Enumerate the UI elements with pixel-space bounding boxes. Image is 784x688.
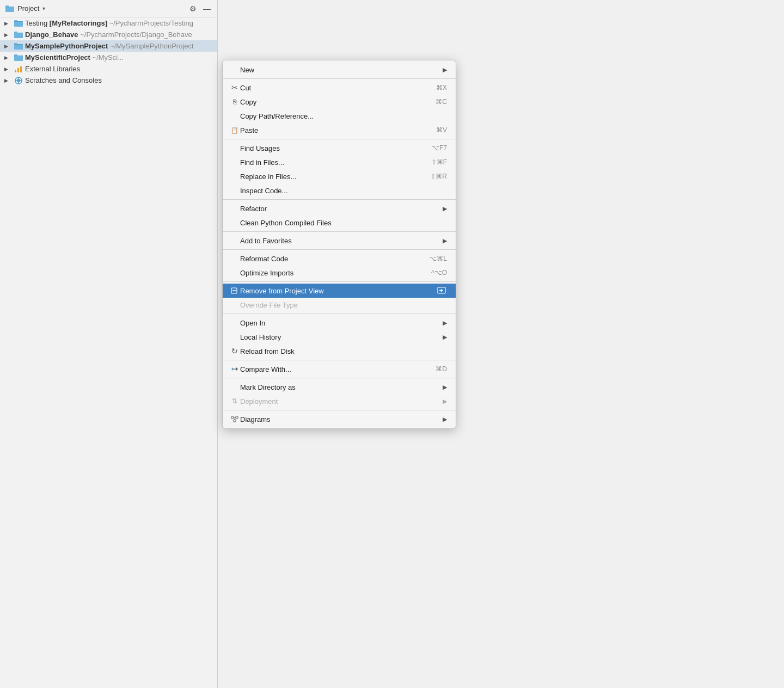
tree-arrow: ▶	[4, 78, 12, 83]
menu-label: Open In	[240, 319, 438, 327]
svg-rect-16	[17, 68, 19, 72]
tree-item-label: External Libraries	[25, 65, 80, 73]
compare-with-icon	[229, 366, 240, 372]
menu-item-deployment: ⇅ Deployment ▶	[223, 394, 456, 408]
tree-arrow: ▶	[4, 44, 12, 49]
menu-item-new[interactable]: New ▶	[223, 63, 456, 77]
menu-item-add-to-favorites[interactable]: Add to Favorites ▶	[223, 234, 456, 248]
paste-icon: 📋	[229, 127, 240, 134]
tree-item-label: MyScientificProject ~/MySci...	[25, 53, 124, 62]
separator	[223, 410, 456, 410]
context-menu: New ▶ ✂ Cut ⌘X ⎘ Copy ⌘C Copy Path/Refer…	[222, 60, 456, 429]
tree-arrow: ▶	[4, 66, 12, 72]
menu-item-copy[interactable]: ⎘ Copy ⌘C	[223, 95, 456, 109]
reload-icon: ↻	[229, 347, 240, 355]
copy-icon: ⎘	[229, 98, 240, 106]
menu-item-diagrams[interactable]: Diagrams ▶	[223, 412, 456, 426]
folder-icon	[14, 31, 23, 39]
menu-item-local-history[interactable]: Local History ▶	[223, 330, 456, 344]
shortcut: ⌥⌘L	[429, 255, 447, 262]
tree-item-mysamplepythonproject[interactable]: ▶ MySamplePythonProject ~/MySamplePython…	[0, 40, 217, 52]
menu-item-find-in-files[interactable]: Find in Files... ⇧⌘F	[223, 155, 456, 169]
menu-label: Copy Path/Reference...	[240, 112, 447, 120]
menu-item-copy-path[interactable]: Copy Path/Reference...	[223, 109, 456, 123]
separator	[223, 378, 456, 378]
svg-rect-15	[15, 70, 16, 72]
menu-item-find-usages[interactable]: Find Usages ⌥F7	[223, 141, 456, 155]
menu-label: Paste	[240, 126, 425, 134]
panel-header: Project ▾ ⚙ —	[0, 0, 217, 17]
panel-title-area: Project ▾	[5, 4, 45, 13]
remove-icon	[229, 287, 240, 294]
menu-item-cut[interactable]: ✂ Cut ⌘X	[223, 81, 456, 95]
separator	[223, 78, 456, 79]
menu-item-optimize-imports[interactable]: Optimize Imports ^⌥O	[223, 266, 456, 280]
svg-rect-11	[14, 44, 23, 45]
tree-arrow: ▶	[4, 55, 12, 60]
tree-item-label: MySamplePythonProject ~/MySamplePythonPr…	[25, 42, 194, 50]
separator	[223, 360, 456, 360]
menu-label: Diagrams	[240, 415, 438, 423]
project-panel: Project ▾ ⚙ — ▶ Testing [MyRefactorings]…	[0, 0, 218, 688]
minimize-button[interactable]: —	[202, 3, 212, 14]
menu-item-refactor[interactable]: Refactor ▶	[223, 201, 456, 216]
svg-point-19	[17, 79, 20, 82]
menu-label: Replace in Files...	[240, 173, 419, 181]
submenu-arrow: ▶	[443, 205, 447, 212]
menu-item-reload-from-disk[interactable]: ↻ Reload from Disk	[223, 344, 456, 358]
menu-item-inspect-code[interactable]: Inspect Code...	[223, 183, 456, 198]
submenu-arrow: ▶	[443, 398, 447, 405]
menu-label: Mark Directory as	[240, 383, 438, 391]
menu-item-remove-from-project-view[interactable]: Remove from Project View	[223, 284, 456, 298]
shortcut: ⌥F7	[432, 144, 447, 152]
menu-label: Find in Files...	[240, 158, 420, 167]
menu-item-mark-directory-as[interactable]: Mark Directory as ▶	[223, 380, 456, 394]
menu-label: Optimize Imports	[240, 269, 420, 277]
panel-actions: ⚙ —	[188, 3, 212, 14]
svg-rect-17	[20, 66, 22, 72]
menu-item-paste[interactable]: 📋 Paste ⌘V	[223, 123, 456, 137]
svg-rect-14	[14, 56, 23, 56]
tree-arrow: ▶	[4, 21, 12, 26]
submenu-arrow: ▶	[443, 320, 447, 327]
tree-item-label: Django_Behave ~/PycharmProjects/Django_B…	[25, 30, 192, 39]
menu-label: Local History	[240, 333, 438, 341]
menu-label: Cut	[240, 84, 425, 92]
scratches-icon	[14, 77, 23, 84]
tree-item-label: Testing [MyRefactorings] ~/PycharmProjec…	[25, 19, 193, 27]
menu-label: Reformat Code	[240, 255, 418, 263]
tree-item-external-libraries[interactable]: ▶ External Libraries	[0, 63, 217, 75]
tree-item-label: Scratches and Consoles	[25, 76, 102, 84]
external-libraries-icon	[14, 65, 23, 73]
separator	[223, 231, 456, 232]
project-tree: ▶ Testing [MyRefactorings] ~/PycharmProj…	[0, 17, 217, 86]
menu-label: New	[240, 66, 438, 74]
shortcut: ⌘X	[436, 84, 447, 91]
submenu-arrow: ▶	[443, 334, 447, 341]
svg-rect-33	[236, 416, 238, 419]
tree-item-scratches[interactable]: ▶ Scratches and Consoles	[0, 75, 217, 86]
svg-rect-8	[14, 33, 23, 33]
shortcut: ⌘C	[436, 98, 447, 106]
tree-item-django-behave[interactable]: ▶ Django_Behave ~/PycharmProjects/Django…	[0, 29, 217, 40]
deployment-icon: ⇅	[229, 397, 240, 405]
menu-item-clean-compiled[interactable]: Clean Python Compiled Files	[223, 216, 456, 230]
folder-icon	[14, 42, 23, 50]
gear-button[interactable]: ⚙	[188, 3, 198, 14]
menu-item-open-in[interactable]: Open In ▶	[223, 316, 456, 330]
menu-item-override-file-type: Override File Type	[223, 298, 456, 312]
shortcut: ⇧⌘R	[430, 173, 447, 180]
menu-item-compare-with[interactable]: Compare With... ⌘D	[223, 362, 456, 376]
menu-label: Inspect Code...	[240, 187, 447, 195]
panel-title: Project	[17, 4, 39, 13]
svg-rect-34	[234, 420, 236, 422]
menu-item-reformat-code[interactable]: Reformat Code ⌥⌘L	[223, 251, 456, 266]
panel-folder-icon	[5, 5, 14, 13]
panel-dropdown-icon[interactable]: ▾	[42, 5, 45, 11]
separator	[223, 249, 456, 250]
tree-item-myscientificproject[interactable]: ▶ MyScientificProject ~/MySci...	[0, 52, 217, 63]
menu-item-replace-in-files[interactable]: Replace in Files... ⇧⌘R	[223, 169, 456, 183]
tree-item-testing[interactable]: ▶ Testing [MyRefactorings] ~/PycharmProj…	[0, 17, 217, 29]
submenu-arrow: ▶	[443, 237, 447, 244]
svg-rect-5	[14, 21, 23, 22]
